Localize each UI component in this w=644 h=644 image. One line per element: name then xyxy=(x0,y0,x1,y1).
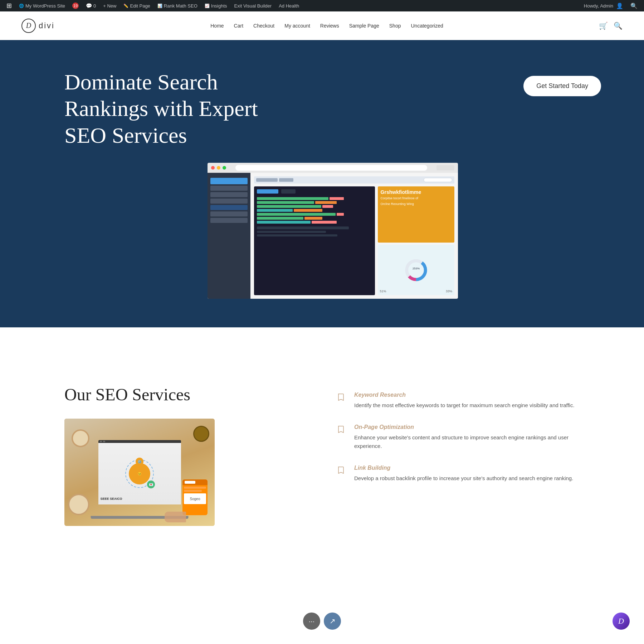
chart-fake-sub1: Corpitse tocort fmelinoe of xyxy=(381,196,452,201)
chart-up-icon: ↗ xyxy=(330,617,336,625)
divi-corner-icon: D xyxy=(618,616,624,626)
service-desc-keyword: Identify the most effective keywords to … xyxy=(354,401,575,410)
services-image: 😊 ⚙️ 💌 SEEE SEAICO xyxy=(64,419,215,526)
screenshot-sidebar xyxy=(208,173,250,299)
sidebar-item-1 xyxy=(210,186,248,191)
bookmark-icon-1 xyxy=(336,392,347,405)
services-right: Keyword Research Identify the most effec… xyxy=(336,385,580,497)
admin-bar-right: Howdy, Admin 👤 🔍 xyxy=(580,0,641,11)
service-name-link: Link Building xyxy=(354,465,573,471)
service-item-keyword: Keyword Research Identify the most effec… xyxy=(336,392,580,410)
search-icon-button[interactable]: 🔍 xyxy=(614,21,623,30)
phone-line-1 xyxy=(184,487,206,489)
laptop-topbar xyxy=(98,440,181,443)
screenshot-body: Grshwkfiotlimme Corpitse tocort fmelinoe… xyxy=(208,173,458,299)
service-name-onpage: On-Page Optimization xyxy=(354,424,580,430)
bar-red-1 xyxy=(330,197,344,200)
chart-right-area: Grshwkfiotlimme Corpitse tocort fmelinoe… xyxy=(378,186,454,295)
admin-bubble[interactable]: 19 xyxy=(69,0,82,11)
get-started-button[interactable]: Get Started Today xyxy=(523,76,601,96)
admin-site-name[interactable]: 🌐 My WordPress Site xyxy=(15,0,69,11)
coffee-cup-1 xyxy=(72,429,89,447)
laptop-visual: 😊 ⚙️ 💌 SEEE SEAICO xyxy=(64,419,215,526)
logo-icon: D xyxy=(21,19,36,33)
orbit-icon-top: ⚙️ xyxy=(136,458,143,465)
logo-text: divi xyxy=(39,21,55,30)
donut-chart: 253% xyxy=(404,258,429,283)
hero-title: Dominate Search Rankings with Expert SEO… xyxy=(64,69,279,148)
dot-yellow xyxy=(217,166,220,170)
bar-row-1 xyxy=(257,197,372,200)
floating-dots-button[interactable]: ··· xyxy=(303,613,320,630)
bar-teal-4 xyxy=(257,209,293,212)
floating-buttons-bar: ··· ↗ xyxy=(303,613,341,630)
main-nav: Home Cart Checkout My account Reviews Sa… xyxy=(210,23,443,29)
screenshot-browser-bar xyxy=(208,163,458,173)
services-left: Our SEO Services xyxy=(64,385,308,526)
nav-shop[interactable]: Shop xyxy=(389,23,401,29)
nav-my-account[interactable]: My account xyxy=(284,23,310,29)
nav-icons: 🛒 🔍 xyxy=(599,21,623,30)
admin-exit-builder[interactable]: Exit Visual Builder xyxy=(231,0,275,11)
bar-row-4 xyxy=(257,209,372,212)
seo-label: SEEE SEAICO xyxy=(101,497,122,501)
floating-chart-button[interactable]: ↗ xyxy=(324,613,341,630)
nav-uncategorized[interactable]: Uncategorized xyxy=(411,23,443,29)
cart-icon-button[interactable]: 🛒 xyxy=(599,21,608,30)
chart-label-1 xyxy=(257,189,278,194)
dot-green xyxy=(223,166,226,170)
nav-checkout[interactable]: Checkout xyxy=(253,23,274,29)
screenshot-main: Grshwkfiotlimme Corpitse tocort fmelinoe… xyxy=(250,173,458,299)
bar-green-3 xyxy=(257,205,321,208)
sidebar-item-4 xyxy=(210,205,248,210)
services-section: Our SEO Services xyxy=(0,349,644,562)
service-desc-link: Develop a robust backlink profile to inc… xyxy=(354,474,573,483)
divi-corner-button[interactable]: D xyxy=(613,613,630,630)
admin-rank-math[interactable]: 📊 Rank Math SEO xyxy=(154,0,201,11)
bar-row-2 xyxy=(257,201,372,204)
admin-howdy[interactable]: Howdy, Admin 👤 xyxy=(580,0,627,11)
hero-screenshot-image: Grshwkfiotlimme Corpitse tocort fmelinoe… xyxy=(208,163,458,299)
admin-bar: ⊞ 🌐 My WordPress Site 19 💬 0 + New ✏️ Ed… xyxy=(0,0,644,11)
service-content-onpage: On-Page Optimization Enhance your websit… xyxy=(354,424,580,450)
nav-cart[interactable]: Cart xyxy=(234,23,243,29)
bar-red-5 xyxy=(337,213,344,216)
chart-fake-title: Grshwkfiotlimme xyxy=(381,189,452,195)
bookmark-icon-2 xyxy=(336,424,347,437)
admin-search[interactable]: 🔍 xyxy=(627,0,641,11)
hand-visual xyxy=(165,512,186,522)
nav-reviews[interactable]: Reviews xyxy=(320,23,339,29)
phone-card: Sogeo xyxy=(184,493,206,504)
bar-green-6 xyxy=(257,217,303,220)
service-content-keyword: Keyword Research Identify the most effec… xyxy=(354,392,575,410)
admin-edit-page[interactable]: ✏️ Edit Page xyxy=(120,0,153,11)
orbit-icon-right: 💌 xyxy=(147,480,155,488)
admin-new[interactable]: + New xyxy=(99,0,120,11)
service-item-link: Link Building Develop a robust backlink … xyxy=(336,465,580,483)
phone-logo xyxy=(185,481,195,484)
bar-chart xyxy=(257,197,372,224)
nav-home[interactable]: Home xyxy=(210,23,224,29)
laptop-screen-content: 😊 ⚙️ 💌 SEEE SEAICO xyxy=(98,443,181,504)
url-bar xyxy=(235,165,427,171)
logo[interactable]: D divi xyxy=(21,19,55,33)
chart-label-2 xyxy=(281,189,296,194)
chart-area: Grshwkfiotlimme Corpitse tocort fmelinoe… xyxy=(254,186,454,295)
sidebar-item-3 xyxy=(210,199,248,204)
seo-orbit-graphic: 😊 ⚙️ 💌 xyxy=(123,458,156,490)
service-item-onpage: On-Page Optimization Enhance your websit… xyxy=(336,424,580,450)
bar-orange-2 xyxy=(315,201,337,204)
admin-bar-left: ⊞ 🌐 My WordPress Site 19 💬 0 + New ✏️ Ed… xyxy=(3,0,580,11)
chart-bottom-text-3 xyxy=(257,234,337,236)
topbar-btn2 xyxy=(103,441,105,442)
admin-ad-health[interactable]: Ad Health xyxy=(275,0,303,11)
nav-sample-page[interactable]: Sample Page xyxy=(349,23,379,29)
admin-comments[interactable]: 💬 0 xyxy=(82,0,99,11)
browser-nav-dots xyxy=(436,165,454,170)
dot-red xyxy=(211,166,215,170)
admin-wp-logo[interactable]: ⊞ xyxy=(3,0,15,11)
admin-insights[interactable]: 📈 Insights xyxy=(201,0,231,11)
bar-green-2 xyxy=(257,201,314,204)
hero-top: Dominate Search Rankings with Expert SEO… xyxy=(64,69,601,148)
bar-green-1 xyxy=(257,197,328,200)
